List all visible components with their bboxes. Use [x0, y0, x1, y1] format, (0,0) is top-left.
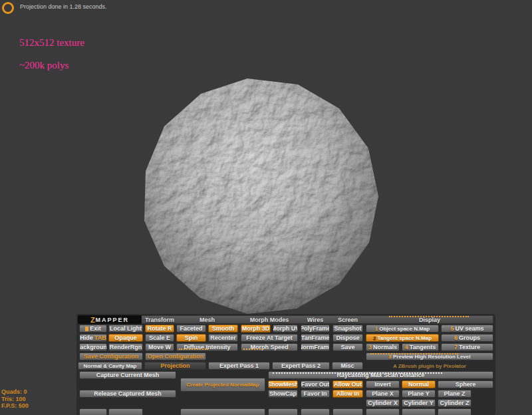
- hotkey-5: 5: [450, 325, 454, 332]
- hotkey-7: 7: [454, 344, 458, 350]
- blank-button[interactable]: [402, 408, 436, 415]
- diffuse-intensity-label: Diffuse Intensity: [184, 344, 230, 350]
- shape-cylinder-y-button[interactable]: Cylinder Y: [402, 399, 436, 407]
- renderrgn-button[interactable]: RenderRgn: [108, 343, 143, 351]
- blank-button[interactable]: [79, 408, 107, 415]
- tab-expert-pass-2[interactable]: Expert Pass 2: [272, 362, 330, 370]
- showmesh-button[interactable]: ShowMesh: [268, 380, 298, 388]
- hide-hotkey: TAB: [94, 335, 106, 341]
- texture-label: Texture: [459, 344, 480, 350]
- tangents-label: Tangents: [410, 344, 436, 350]
- blank-button[interactable]: [438, 408, 471, 415]
- blank-button[interactable]: [268, 408, 298, 415]
- move-button[interactable]: Move W: [145, 343, 174, 351]
- tangent-space-nmap-label: Tangent space N.Map: [377, 335, 432, 341]
- showcap-button[interactable]: ShowCap: [268, 390, 298, 398]
- header-screen: Screen: [332, 315, 363, 324]
- status-message: Projection done in 1.28 seconds.: [20, 3, 107, 10]
- create-projected-normalmap-button[interactable]: Create Projected NormalMap: [180, 378, 265, 392]
- allow-in-button[interactable]: Allow In: [332, 390, 363, 398]
- sculpt-sphere-viewport[interactable]: [136, 73, 386, 321]
- header-mesh: Mesh: [176, 315, 238, 324]
- allow-out-button[interactable]: Allow Out: [332, 380, 363, 388]
- fps-count: F.P.S: 500: [1, 402, 29, 410]
- capture-current-mesh-button[interactable]: Capture Current Mesh: [79, 371, 176, 379]
- shape-plane-x-button[interactable]: Plane X: [366, 390, 400, 398]
- uv-seams-label: UV seams: [455, 325, 483, 332]
- hide-button[interactable]: Hide TAB: [79, 334, 107, 342]
- dispose-button[interactable]: Dispose: [332, 334, 363, 342]
- recenter-button[interactable]: Recenter: [208, 334, 238, 342]
- tangent-space-nmap-button[interactable]: 2 Tangent space N.Map: [366, 334, 439, 342]
- smooth-button[interactable]: Smooth: [208, 325, 238, 333]
- hotkey-4: 4: [405, 344, 408, 350]
- header-transform: Transform: [145, 315, 174, 324]
- morph-uv-button[interactable]: Morph UV: [273, 325, 298, 333]
- blank-button[interactable]: [108, 408, 143, 415]
- spin-button[interactable]: Spin: [176, 334, 206, 342]
- shape-plane-y-button[interactable]: Plane Y: [402, 390, 436, 398]
- tanframe-button[interactable]: TanFrame: [301, 334, 330, 342]
- normals-button[interactable]: 3 Normals: [366, 343, 400, 351]
- save-button[interactable]: Save: [332, 343, 363, 351]
- favor-in-button[interactable]: Favor In: [301, 390, 330, 398]
- favor-out-button[interactable]: Favor Out: [301, 380, 330, 388]
- shape-normal-button[interactable]: Normal: [402, 380, 436, 388]
- blank-button[interactable]: [301, 408, 330, 415]
- invert-button[interactable]: Invert: [366, 380, 400, 388]
- opaque-button[interactable]: Opaque: [108, 334, 143, 342]
- hide-label: Hide: [80, 335, 93, 341]
- preview-high-res-slider[interactable]: 8 Preview High Resolution Level: [366, 352, 493, 360]
- local-light-button[interactable]: Local Light: [108, 325, 143, 333]
- background-button[interactable]: Background: [79, 343, 107, 351]
- blank-button[interactable]: [180, 408, 265, 415]
- groups-label: Groups: [459, 335, 480, 341]
- scale-button[interactable]: Scale E: [145, 334, 174, 342]
- shape-cylinder-z-button[interactable]: Cylinder Z: [438, 399, 471, 407]
- sphere-mesh[interactable]: [144, 78, 378, 314]
- blank-button[interactable]: [366, 408, 400, 415]
- object-space-nmap-label: Object space N.Map: [379, 326, 430, 332]
- faceted-button[interactable]: Faceted: [176, 325, 206, 333]
- tab-misc[interactable]: Misc: [332, 362, 363, 370]
- logo-z: Z: [90, 316, 95, 324]
- tab-projection[interactable]: Projection: [144, 362, 206, 370]
- morph-3d-button[interactable]: Morph 3D: [241, 325, 271, 333]
- blank-button[interactable]: [332, 408, 363, 415]
- header-wires: Wires: [301, 315, 330, 324]
- exit-button[interactable]: Exit: [79, 325, 107, 333]
- texture-button[interactable]: 7 Texture: [441, 343, 493, 351]
- groups-button[interactable]: 6 Groups: [441, 334, 493, 342]
- release-captured-mesh-button[interactable]: Release Captured Mesh: [79, 390, 176, 398]
- hotkey-8: 8: [389, 354, 392, 360]
- object-space-nmap-button[interactable]: 1 Object space N.Map: [366, 325, 439, 333]
- uv-seams-button[interactable]: 5 UV seams: [441, 325, 493, 333]
- rotate-button[interactable]: Rotate R: [145, 325, 174, 333]
- plugin-credit: A ZBrush plugin by Pixolator: [366, 362, 493, 370]
- open-configuration-button[interactable]: Open Configuration: [145, 352, 206, 360]
- exit-label: Exit: [90, 325, 101, 332]
- save-configuration-button[interactable]: Save Configuration: [79, 352, 143, 360]
- raycasting-distance-slider[interactable]: Raycasting Max Scan Distance: [268, 371, 493, 379]
- diffuse-intensity-slider[interactable]: Diffuse Intensity: [176, 343, 238, 351]
- shape-sphere-button[interactable]: Sphere: [438, 380, 493, 388]
- logo-rest: MAPPER: [96, 317, 130, 323]
- header-display: Display: [366, 315, 493, 324]
- zbrush-canvas: Projection done in 1.28 seconds. 512x512…: [0, 0, 532, 415]
- tab-expert-pass-1[interactable]: Expert Pass 1: [208, 362, 270, 370]
- status-ring-icon: [2, 2, 14, 14]
- normals-label: Normals: [373, 344, 397, 350]
- morph-speed-slider[interactable]: Morph Speed: [241, 343, 298, 351]
- polyframe-button[interactable]: PolyFrame: [301, 325, 330, 333]
- snapshot-button[interactable]: Snapshot: [332, 325, 363, 333]
- tab-normal-cavity-map[interactable]: Normal & Cavity Map: [78, 362, 142, 370]
- normframe-button[interactable]: NormFrame: [301, 343, 330, 351]
- tangents-button[interactable]: 4 Tangents: [402, 343, 439, 351]
- raycasting-distance-label: Raycasting Max Scan Distance: [336, 372, 424, 378]
- preview-high-res-label: Preview High Resolution Level: [393, 354, 470, 360]
- freeze-at-target-button[interactable]: Freeze At Target: [241, 334, 298, 342]
- shape-plane-z-button[interactable]: Plane Z: [438, 390, 471, 398]
- tris-count: Tris: 100: [1, 396, 29, 403]
- hotkey-2: 2: [373, 335, 376, 341]
- shape-cylinder-x-button[interactable]: Cylinder X: [366, 399, 400, 407]
